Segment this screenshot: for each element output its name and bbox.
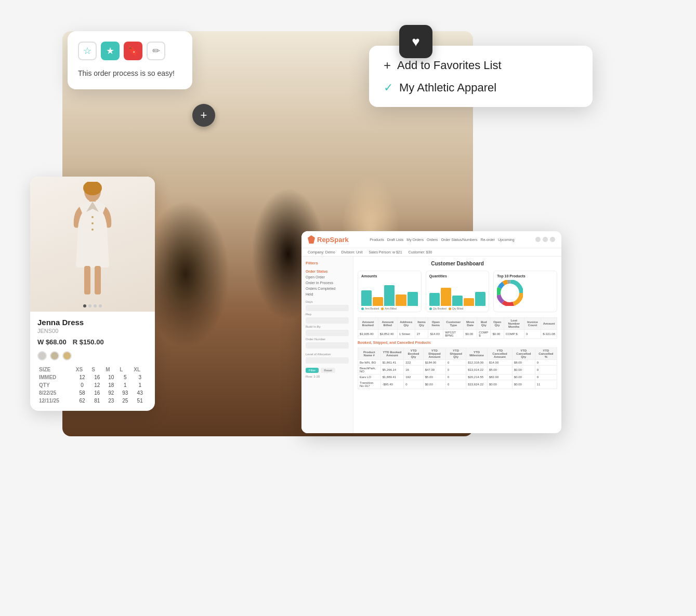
filter-in-process[interactable]: Order In Process xyxy=(306,280,349,286)
filter-order-status[interactable]: Order Status xyxy=(306,269,349,274)
repspark-logo: RepSpark xyxy=(308,235,349,244)
dashboard-nav[interactable]: Products Draft Lists My Orders Orders Or… xyxy=(370,238,514,242)
filter-held[interactable]: Held xyxy=(306,291,349,297)
filter-completed[interactable]: Orders Completed xyxy=(306,286,349,291)
cell-address-qty: 1 Street xyxy=(397,330,415,339)
cell-amount-booked: $3,905.00 xyxy=(358,330,378,339)
products-row-3: Ears LO $1,889.41 192 $5.00 0 $20,214.55… xyxy=(358,374,557,380)
date1-label: 8/22/25 xyxy=(37,389,74,397)
filter-reset-button[interactable]: Reset xyxy=(321,368,335,373)
product-3-booked-amt: $1,889.41 xyxy=(380,374,404,380)
product-1-booked-amt: $1,861.41 xyxy=(380,360,404,366)
product-4-milestone: $13,624.22 xyxy=(466,380,488,389)
qty-bar-4 xyxy=(464,298,474,306)
close-button[interactable] xyxy=(550,237,555,242)
dashboard-main: Customer Dashboard Amounts xyxy=(353,257,561,433)
cell-open-qty: $0.00 xyxy=(491,330,504,339)
edit-icon[interactable]: ✏ xyxy=(147,42,165,60)
filter-open-order[interactable]: Open Order xyxy=(306,274,349,280)
nav-draft-lists[interactable]: Draft Lists xyxy=(387,238,404,242)
col-lost-number: Lost Number Months xyxy=(504,318,524,330)
product-3-name: Ears LO xyxy=(358,374,381,380)
product-4-cancelled-pct: 11 xyxy=(535,380,557,389)
product-1-booked-qty: 222 xyxy=(404,360,423,366)
qty-bar-1 xyxy=(429,293,440,306)
dashboard-window-controls xyxy=(535,237,555,242)
plus-button[interactable]: + xyxy=(192,104,215,127)
favorites-checked-row[interactable]: ✓ My Athletic Apparel xyxy=(384,81,578,95)
donut-hole xyxy=(505,288,515,298)
cell-customer: WP1ST BPM1 xyxy=(443,330,464,339)
booked-dot xyxy=(361,307,364,310)
col-amount-billed: Amount Billed xyxy=(378,318,397,330)
nav-orders[interactable]: Orders xyxy=(427,238,438,242)
swatch-gold[interactable] xyxy=(62,351,72,360)
qty-m: 18 xyxy=(104,381,118,389)
product-2-cancelled-amt: $5.00 xyxy=(487,366,512,374)
star-filled-icon[interactable]: ★ xyxy=(101,42,120,60)
size-header: SIZE xyxy=(37,366,74,373)
heart-badge[interactable]: ♥ xyxy=(399,25,432,58)
order-number-input[interactable] xyxy=(306,342,349,349)
col-invoice-count: Invoice Count xyxy=(524,318,541,330)
qty-booked-label: Qty Booked xyxy=(433,307,447,310)
dashboard-card: RepSpark Products Draft Lists My Orders … xyxy=(301,231,561,433)
maximize-button[interactable] xyxy=(543,237,548,242)
cell-invoice: 3 xyxy=(524,330,541,339)
swatch-tan[interactable] xyxy=(50,351,59,360)
filter-apply-button[interactable]: Filter xyxy=(306,368,319,373)
image-dots xyxy=(83,304,102,307)
nav-order-status[interactable]: Order Status/Numbers xyxy=(441,238,477,242)
nav-products[interactable]: Products xyxy=(370,238,384,242)
add-to-favorites-row[interactable]: + Add to Favorites List xyxy=(384,58,578,73)
swatch-gray[interactable] xyxy=(37,351,47,360)
col-bud-qty: Bud Qty xyxy=(477,318,491,330)
col-customer: Customer Type xyxy=(443,318,464,330)
xs-header: XS xyxy=(74,366,90,373)
qty-xs: 0 xyxy=(74,381,90,389)
col-ytd-cancelled-pct: YTD Cancelled % xyxy=(535,348,557,360)
minimize-button[interactable] xyxy=(535,237,541,242)
allocation-input[interactable] xyxy=(306,357,349,364)
product-1-milestone: $12,318.00 xyxy=(466,360,488,366)
qty-bar-5 xyxy=(475,292,485,306)
qty-bar-3 xyxy=(452,296,463,306)
legend-billed: Amt Billed xyxy=(381,307,397,310)
date2-label: 12/11/25 xyxy=(37,397,74,405)
build-by-input[interactable] xyxy=(306,330,349,336)
product-1-shipped-qty: 0 xyxy=(446,360,466,366)
product-1-name: Bo-WN, BO xyxy=(358,360,381,366)
dashboard-title: Customer Dashboard xyxy=(358,261,557,266)
rep-input[interactable] xyxy=(306,317,349,324)
svg-rect-7 xyxy=(95,266,101,294)
qty-bar-2 xyxy=(441,288,451,306)
col-product-name: Product Name # xyxy=(358,348,381,360)
bookmark-icon[interactable]: 🔖 xyxy=(124,42,142,60)
star-empty-icon[interactable]: ☆ xyxy=(78,42,97,60)
favorites-list-name: My Athletic Apparel xyxy=(399,81,496,95)
nav-my-orders[interactable]: My Orders xyxy=(406,238,424,242)
billed-dot xyxy=(381,307,384,310)
product-1-cancelled-amt: $14.00 xyxy=(487,360,512,366)
amounts-chart: Amounts Amt Booked xyxy=(358,271,422,312)
bar-2 xyxy=(373,297,383,306)
product-2-cancelled-qty: $0.00 xyxy=(512,366,535,374)
company-label: Company: Demo xyxy=(308,250,335,254)
review-card: ☆ ★ 🔖 ✏ This order process is so easy! xyxy=(68,31,192,89)
nav-reorder[interactable]: Re-order xyxy=(480,238,495,242)
pagination-label: Row: 1-20 xyxy=(306,375,349,378)
col-ytd-booked-qty: YTD Booked Qty xyxy=(404,348,423,360)
s-header: S xyxy=(90,366,104,373)
dashboard-body: Filters Order Status Open Order Order In… xyxy=(301,257,561,433)
col-ytd-cancelled-amt: YTD Cancelled Amount xyxy=(487,348,512,360)
checkmark-icon: ✓ xyxy=(384,81,393,95)
cell-amount-ytd: $-321.08 xyxy=(541,330,557,339)
nav-upcoming[interactable]: Upcoming xyxy=(498,238,515,242)
col-amount: Amount xyxy=(541,318,557,330)
dot-3 xyxy=(94,304,97,307)
product-3-shipped-qty: 0 xyxy=(446,374,466,380)
days-input[interactable] xyxy=(306,305,349,311)
add-to-favorites-label: Add to Favorites List xyxy=(397,59,502,72)
product-1-cancelled-qty: $8.00 xyxy=(512,360,535,366)
legend-qty-billed: Qty Billed xyxy=(449,307,463,310)
